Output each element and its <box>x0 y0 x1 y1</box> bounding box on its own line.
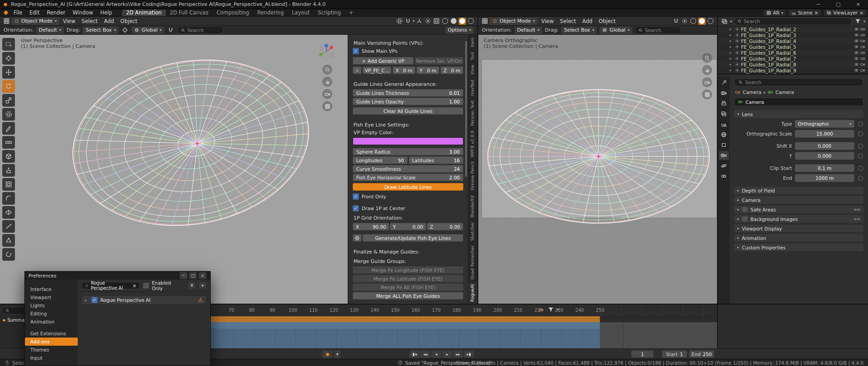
maximize-button[interactable]: ▢ <box>189 272 197 279</box>
hide-viewport-icon[interactable] <box>854 38 859 43</box>
outliner-row[interactable]: ▸ FE_Guides_1P_Radial_6 <box>718 50 868 56</box>
guide-opacity-slider[interactable]: Guide Lines Opacity1.00 <box>353 98 463 105</box>
editor-type-icon[interactable] <box>481 18 489 25</box>
display-mode-icon[interactable] <box>721 18 728 25</box>
n-panel-tab[interactable]: Item <box>468 36 477 49</box>
hide-viewport-icon[interactable] <box>854 50 859 55</box>
latitudes-field[interactable]: Latitudes16 <box>409 156 464 164</box>
breadcrumb-object[interactable]: Camera <box>743 89 761 95</box>
scene-unlink-icon[interactable]: × <box>814 10 818 15</box>
snap-magnet-icon[interactable] <box>672 18 680 25</box>
merge-button[interactable]: Merge Fe Latitude (FISH EYE) <box>353 275 463 282</box>
vp-axis-icon-button[interactable] <box>353 66 362 74</box>
ortho-toggle-icon[interactable] <box>322 101 332 111</box>
panel-menu-icon[interactable]: ≡≡ <box>854 207 860 212</box>
expand-chevron-icon[interactable]: ▸ <box>730 45 733 49</box>
collapsed-panel-header[interactable]: ▸ Viewport Display ≡≡ <box>734 225 863 232</box>
number-field[interactable]: 0.000 <box>795 142 854 150</box>
expand-chevron-icon[interactable]: ▸ <box>730 62 733 66</box>
preferences-section-item[interactable]: Viewport <box>25 293 78 301</box>
n-panel-tab[interactable]: View <box>468 63 477 77</box>
close-button[interactable]: × <box>848 0 868 9</box>
animate-dot-icon[interactable] <box>858 154 863 159</box>
checkbox-icon[interactable] <box>353 48 359 54</box>
play-button[interactable]: ▸ <box>442 350 453 358</box>
tool-button[interactable] <box>2 206 15 219</box>
n-panel-tab[interactable]: Quad Remesher <box>468 244 477 282</box>
overlays-icon[interactable] <box>424 18 432 25</box>
display-mode-dropdown-icon[interactable]: ▾ <box>730 19 732 23</box>
panel-menu-icon[interactable]: ≡≡ <box>854 217 860 221</box>
properties-tab[interactable] <box>719 78 729 87</box>
expand-chevron-icon[interactable]: ▸ <box>730 68 733 72</box>
workspace-tab[interactable]: Compositing <box>212 9 253 16</box>
addon-search-input[interactable]: Rogue Perspective AI × <box>81 282 140 289</box>
tool-button[interactable] <box>2 52 15 65</box>
workspace-tab[interactable]: Rendering <box>253 9 288 16</box>
jump-to-end-button[interactable]: ▸▮ <box>463 350 474 358</box>
pan-hand-icon[interactable] <box>322 77 332 87</box>
header-search-input[interactable]: Search <box>177 26 223 34</box>
guide-thickness-slider[interactable]: Guide Lines Thickness0.01 <box>353 89 463 97</box>
n-panel-tab[interactable]: Grease Pencil <box>468 160 477 192</box>
shading-wireframe-icon[interactable] <box>441 18 449 25</box>
vp-empty-color-swatch[interactable] <box>353 137 463 145</box>
preferences-section-item[interactable]: Editing <box>25 310 78 318</box>
tool-button[interactable] <box>2 136 15 149</box>
expand-chevron-icon[interactable]: ▸ <box>730 56 733 61</box>
tool-button[interactable] <box>2 38 15 51</box>
remove-sel-vp-button[interactable]: Remove Sel. VP/Ori <box>415 57 463 65</box>
disable-render-icon[interactable] <box>860 56 865 61</box>
snap-dropdown-icon[interactable]: ▾ <box>413 19 415 23</box>
front-only-checkbox[interactable]: Front Only <box>353 193 463 200</box>
extensions-menu-button[interactable]: ▾ <box>198 282 207 289</box>
tool-button[interactable] <box>2 178 15 191</box>
tool-button[interactable] <box>2 94 15 107</box>
collapsed-panel-header[interactable]: ▸ Safe Areas ≡≡ <box>734 206 863 213</box>
orientation-dropdown[interactable]: Default▾ <box>36 27 64 34</box>
properties-tab[interactable] <box>719 99 729 108</box>
minimize-button[interactable]: ─ <box>179 272 188 279</box>
mode-dropdown[interactable]: Object Mode▾ <box>11 18 59 25</box>
curve-smoothness-slider[interactable]: Curve Smoothness24 <box>353 165 463 173</box>
panel-checkbox-icon[interactable] <box>742 216 748 222</box>
camera-view-icon[interactable] <box>322 89 332 99</box>
blender-menu-icon[interactable] <box>3 9 9 16</box>
n-panel-tab[interactable]: MPFB v2.0.9 <box>468 129 477 159</box>
mode-dropdown[interactable]: Object Mode▾ <box>490 18 538 25</box>
auto-key-button[interactable] <box>322 350 333 358</box>
n-panel-tab[interactable]: Tool <box>468 50 477 62</box>
number-field[interactable]: 0.000 <box>795 152 854 160</box>
n-panel-tab[interactable]: Sketcher <box>468 220 477 243</box>
enabled-only-checkbox[interactable]: Enabled Only <box>143 280 183 291</box>
current-frame-field[interactable]: 1 <box>631 350 654 358</box>
viewport-menu[interactable]: Object <box>596 18 618 24</box>
tool-button[interactable] <box>2 164 15 177</box>
topbar-menu[interactable]: File <box>10 9 26 16</box>
preferences-section-item[interactable]: Get Extensions <box>25 329 78 338</box>
animate-dot-icon[interactable] <box>858 131 863 136</box>
options-dropdown[interactable]: Options▾ <box>445 27 474 34</box>
viewport-menu[interactable]: Add <box>580 18 595 24</box>
vp-name-button[interactable]: VP_FE_C... <box>363 66 392 74</box>
preferences-titlebar[interactable]: Preferences ─ ▢ × <box>25 272 210 280</box>
n-panel-scrollbar[interactable] <box>465 41 467 177</box>
viewport-menu[interactable]: Add <box>101 18 117 24</box>
properties-tab[interactable] <box>719 172 729 181</box>
hide-viewport-icon[interactable] <box>854 62 859 67</box>
workspace-tab[interactable]: Layout <box>288 9 314 16</box>
properties-tab[interactable] <box>719 109 729 118</box>
draw-1p-checkbox[interactable]: Draw 1P at Center <box>353 205 463 211</box>
filter-icon[interactable] <box>547 306 554 313</box>
properties-tab[interactable] <box>719 151 729 160</box>
tool-button[interactable] <box>2 66 15 79</box>
sphere-radius-slider[interactable]: Sphere Radius3.00 <box>353 148 463 155</box>
disable-render-icon[interactable] <box>860 44 865 49</box>
pivot-icon[interactable] <box>121 27 129 34</box>
outliner-search-input[interactable]: Search <box>734 18 852 25</box>
close-button[interactable]: × <box>198 272 207 279</box>
ortho-toggle-icon[interactable] <box>702 89 712 99</box>
viewport-menu[interactable]: View <box>60 18 78 24</box>
frame-end-field[interactable]: End250 <box>689 350 714 358</box>
breadcrumb-data[interactable]: Camera <box>775 89 794 95</box>
